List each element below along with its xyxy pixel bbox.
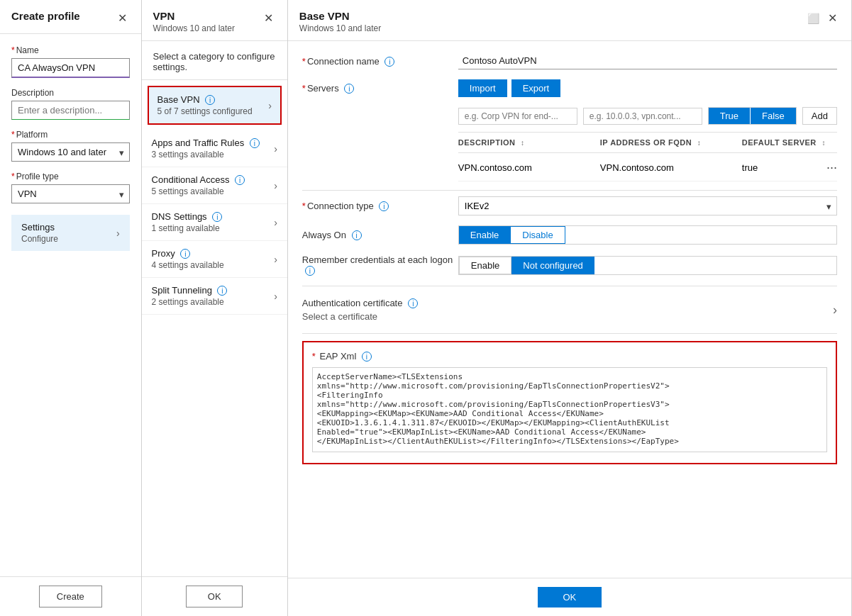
ip-fqdn-input-field[interactable] — [583, 108, 702, 125]
settings-chevron-icon: › — [116, 228, 120, 239]
vpn-item-conditional-access-subtitle: 5 settings available — [152, 186, 275, 196]
server-row-more-button[interactable]: ··· — [826, 160, 837, 175]
export-button[interactable]: Export — [511, 79, 561, 97]
remember-credentials-not-configured-button[interactable]: Not configured — [511, 257, 594, 274]
eap-xml-label: * EAP Xml i — [312, 351, 827, 362]
false-button[interactable]: False — [750, 108, 796, 124]
vpn-item-apps-traffic-title: Apps and Traffic Rules i — [152, 138, 275, 148]
vpn-item-dns-settings-title: DNS Settings i — [152, 211, 275, 222]
split-tunneling-chevron-icon: › — [274, 291, 277, 302]
always-on-control: Enable Disable — [458, 225, 837, 245]
connection-type-select[interactable]: IKEv2 — [458, 196, 837, 215]
vpn-close-button[interactable]: ✕ — [261, 10, 276, 26]
base-vpn-header-buttons: ⬜ ✕ — [804, 10, 840, 26]
vpn-item-apps-traffic-text: Apps and Traffic Rules i 3 settings avai… — [152, 138, 275, 159]
true-button[interactable]: True — [709, 108, 750, 124]
create-profile-close-button[interactable]: ✕ — [115, 10, 130, 26]
server-input-row: True False Add — [458, 107, 837, 125]
server-row-default: true — [742, 162, 826, 173]
divider-1 — [302, 190, 837, 191]
eap-xml-section: * EAP Xml i AcceptServerName><TLSExtensi… — [302, 341, 837, 464]
proxy-info-icon[interactable]: i — [180, 249, 190, 259]
platform-select[interactable]: Windows 10 and later — [11, 142, 130, 162]
dns-settings-info-icon[interactable]: i — [212, 212, 222, 222]
add-server-button[interactable]: Add — [802, 107, 837, 125]
servers-info-icon[interactable]: i — [344, 84, 354, 94]
vpn-item-apps-traffic[interactable]: Apps and Traffic Rules i 3 settings avai… — [142, 130, 287, 167]
connection-type-info-icon[interactable]: i — [379, 201, 389, 211]
ip-sort-icon[interactable]: ↕ — [697, 139, 702, 147]
vpn-item-conditional-access-title: Conditional Access i — [152, 174, 275, 185]
description-input[interactable] — [11, 101, 130, 120]
eap-xml-info-icon[interactable]: i — [362, 352, 372, 362]
ip-column-header: IP ADDRESS OR FQDN ↕ — [600, 138, 742, 147]
base-vpn-body: *Connection name i *Servers i Import Exp… — [288, 41, 851, 578]
always-on-disable-button[interactable]: Disable — [510, 226, 565, 244]
vpn-item-split-tunneling-subtitle: 2 settings available — [152, 297, 275, 307]
auth-cert-row: Authentication certificate i Select a ce… — [302, 292, 837, 327]
select-cert-label: Select a certificate — [302, 311, 833, 322]
profile-type-select-wrapper: VPN — [11, 184, 130, 203]
profile-type-select[interactable]: VPN — [11, 184, 130, 203]
vpn-item-dns-settings-text: DNS Settings i 1 setting available — [152, 211, 275, 233]
apps-traffic-chevron-icon: › — [274, 143, 277, 155]
vpn-item-dns-settings[interactable]: DNS Settings i 1 setting available › — [142, 204, 287, 241]
always-on-info-icon[interactable]: i — [352, 230, 362, 240]
description-field-group: Description — [11, 88, 130, 120]
server-data-row[interactable]: VPN.contoso.com VPN.contoso.com true ··· — [458, 155, 837, 181]
remember-credentials-info-icon[interactable]: i — [305, 266, 315, 276]
always-on-toggle-group: Enable Disable — [458, 225, 837, 245]
profile-type-field-group: *Profile type VPN — [11, 172, 130, 203]
remember-credentials-row: Remember credentials at each logon i Ena… — [302, 254, 837, 276]
vpn-item-base-vpn-title: Base VPN i — [157, 94, 269, 105]
connection-name-info-icon[interactable]: i — [384, 57, 394, 67]
base-vpn-panel: Base VPN Windows 10 and later ⬜ ✕ *Conne… — [288, 0, 852, 616]
default-server-column-header: DEFAULT SERVER ↕ — [742, 138, 837, 147]
eap-xml-textarea[interactable]: AcceptServerName><TLSExtensions xmlns="h… — [312, 367, 827, 452]
base-vpn-ok-button[interactable]: OK — [538, 587, 602, 607]
connection-name-input[interactable] — [458, 52, 837, 69]
base-vpn-close-button[interactable]: ✕ — [825, 10, 840, 26]
vpn-panel-footer: OK — [142, 576, 287, 616]
create-button[interactable]: Create — [39, 586, 102, 607]
create-profile-header: Create profile ✕ — [0, 0, 141, 34]
default-sort-icon[interactable]: ↕ — [821, 139, 826, 147]
name-input[interactable] — [11, 58, 130, 78]
auth-cert-chevron-icon[interactable]: › — [833, 303, 837, 318]
vpn-panel: VPN Windows 10 and later ✕ Select a cate… — [142, 0, 288, 616]
conditional-access-info-icon[interactable]: i — [235, 175, 245, 185]
apps-traffic-info-icon[interactable]: i — [250, 138, 260, 148]
vpn-item-proxy-title: Proxy i — [152, 248, 275, 259]
base-vpn-info-icon[interactable]: i — [205, 95, 215, 105]
base-vpn-subtitle: Windows 10 and later — [299, 23, 381, 33]
settings-item-subtitle: Configure — [21, 234, 116, 244]
base-vpn-header: Base VPN Windows 10 and later ⬜ ✕ — [288, 0, 851, 41]
vpn-item-conditional-access-text: Conditional Access i 5 settings availabl… — [152, 174, 275, 196]
divider-2 — [302, 286, 837, 286]
always-on-label: Always On i — [302, 230, 458, 240]
platform-field-group: *Platform Windows 10 and later — [11, 130, 130, 162]
name-label: *Name — [11, 45, 130, 55]
maximize-button[interactable]: ⬜ — [804, 11, 822, 26]
vpn-item-split-tunneling[interactable]: Split Tunneling i 2 settings available › — [142, 278, 287, 315]
desc-sort-icon[interactable]: ↕ — [521, 139, 525, 147]
connection-name-row: *Connection name i — [302, 52, 837, 69]
connection-type-control: IKEv2 — [458, 196, 837, 215]
remember-credentials-enable-button[interactable]: Enable — [459, 257, 511, 274]
import-button[interactable]: Import — [458, 79, 507, 97]
vpn-ok-button[interactable]: OK — [186, 586, 243, 607]
always-on-enable-button[interactable]: Enable — [459, 226, 510, 244]
vpn-items-list: Base VPN i 5 of 7 settings configured › … — [142, 80, 287, 576]
vpn-item-base-vpn[interactable]: Base VPN i 5 of 7 settings configured › — [148, 86, 282, 125]
remember-credentials-toggle-group: Enable Not configured — [458, 256, 837, 275]
vpn-item-conditional-access[interactable]: Conditional Access i 5 settings availabl… — [142, 167, 287, 204]
platform-label: *Platform — [11, 130, 130, 140]
split-tunneling-info-icon[interactable]: i — [217, 286, 227, 296]
description-input-field[interactable] — [458, 108, 577, 125]
vpn-item-base-vpn-text: Base VPN i 5 of 7 settings configured — [157, 94, 269, 116]
create-profile-title-block: Create profile — [11, 10, 80, 22]
vpn-item-proxy[interactable]: Proxy i 4 settings available › — [142, 241, 287, 278]
auth-cert-info-icon[interactable]: i — [408, 298, 418, 308]
settings-configure-item[interactable]: Settings Configure › — [11, 215, 130, 251]
settings-item-text: Settings Configure — [21, 222, 116, 244]
